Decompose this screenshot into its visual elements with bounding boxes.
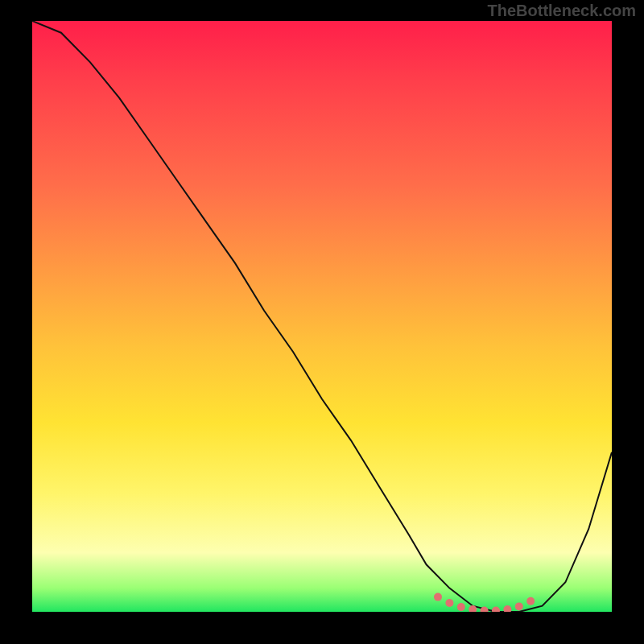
optimal-zone-markers	[434, 593, 535, 612]
optimal-marker	[526, 597, 535, 605]
optimal-marker	[457, 603, 465, 611]
optimal-marker	[515, 602, 523, 610]
plot-area	[32, 21, 612, 612]
optimal-marker	[445, 599, 453, 607]
curve-svg	[32, 21, 612, 612]
optimal-marker	[492, 607, 500, 613]
bottleneck-curve	[32, 21, 612, 612]
chart-container: TheBottleneck.com	[0, 0, 644, 644]
watermark-text: TheBottleneck.com	[488, 2, 636, 20]
optimal-marker	[503, 605, 511, 612]
optimal-marker	[434, 593, 442, 601]
